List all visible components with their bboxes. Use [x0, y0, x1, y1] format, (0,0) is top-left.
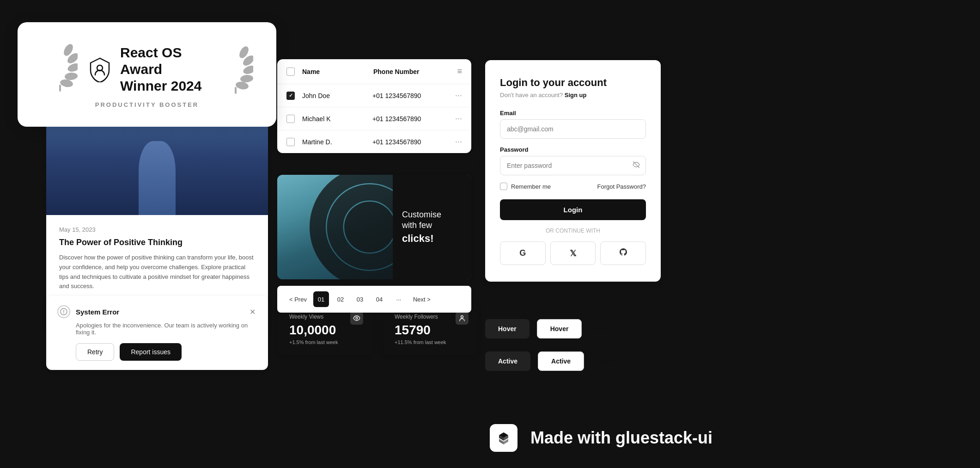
email-input[interactable] [500, 119, 646, 139]
error-message: Apologies for the inconvenience. Our tea… [76, 322, 257, 336]
forgot-password-link[interactable]: Forgot Password? [597, 183, 646, 190]
page-1-button[interactable]: 01 [313, 291, 329, 307]
shield-icon [87, 56, 113, 82]
banner-card: Customise with few clicks! [277, 175, 471, 279]
eye-toggle-icon[interactable] [632, 160, 640, 171]
row-actions-3[interactable]: ··· [455, 137, 462, 147]
next-button[interactable]: Next > [410, 291, 433, 307]
banner-line2: with few [402, 220, 432, 231]
error-icon [57, 305, 70, 318]
hover-buttons-panel: Hover Hover Hover [485, 319, 617, 339]
row-actions-1[interactable]: ··· [455, 91, 462, 100]
active-buttons-panel: Active Active Active [485, 351, 620, 371]
page-ellipsis: ··· [391, 291, 407, 307]
twitter-login-button[interactable]: 𝕏 [550, 241, 596, 265]
stats-label-2: Weekly Followers [395, 314, 466, 320]
page-4-button[interactable]: 04 [371, 291, 387, 307]
social-buttons: G 𝕏 [500, 241, 646, 265]
eye-icon [350, 312, 363, 325]
banner-image [277, 175, 393, 279]
svg-rect-5 [59, 85, 61, 92]
report-button[interactable]: Report issues [120, 343, 182, 361]
stats-value-1: 10,0000 [289, 323, 360, 338]
retry-button[interactable]: Retry [76, 343, 114, 361]
stats-value-2: 15790 [395, 323, 466, 338]
svg-point-10 [240, 74, 253, 82]
table-row: Martine D. +01 1234567890 ··· [277, 130, 471, 153]
blog-excerpt: Discover how the power of positive think… [59, 253, 255, 291]
award-text: React OS AwardWinner 2024 [120, 44, 207, 94]
email-label: Email [500, 110, 646, 117]
banner-line3: clicks! [402, 233, 434, 245]
row-name-3: Martine D. [302, 138, 365, 146]
col-name-header: Name [302, 68, 366, 75]
error-title: System Error [76, 308, 242, 316]
row-phone-1: +01 1234567890 [372, 92, 448, 99]
svg-point-3 [64, 72, 78, 80]
svg-rect-12 [235, 87, 237, 94]
signup-link[interactable]: Sign up [565, 92, 587, 99]
row-checkbox-1[interactable] [286, 92, 295, 100]
row-checkbox-3[interactable] [286, 138, 295, 146]
laurel-left-icon [41, 41, 78, 98]
error-card: System Error ✕ Apologies for the inconve… [46, 296, 268, 370]
prev-button[interactable]: < Prev [286, 291, 310, 307]
stats-change-1: +1.5% from last week [289, 339, 360, 345]
password-label: Password [500, 146, 646, 153]
close-icon[interactable]: ✕ [248, 307, 257, 316]
table-menu-icon[interactable]: ≡ [457, 67, 462, 76]
active-button-3[interactable]: Active [591, 351, 620, 371]
active-button-2[interactable]: Active [538, 351, 584, 371]
active-button-1[interactable]: Active [485, 351, 530, 371]
login-title: Login to your account [500, 77, 646, 89]
banner-line1: Customise [402, 209, 441, 220]
row-checkbox-2[interactable] [286, 115, 295, 123]
select-all-checkbox[interactable] [286, 68, 295, 76]
page-2-button[interactable]: 02 [333, 291, 348, 307]
password-input[interactable] [500, 156, 646, 175]
col-phone-header: Phone Number [373, 68, 450, 75]
svg-point-2 [67, 62, 78, 74]
remember-label: Remember me [511, 183, 551, 190]
row-phone-2: +01 1234567890 [372, 115, 448, 123]
form-options-row: Remember me Forgot Password? [500, 183, 646, 190]
table-row: John Doe +01 1234567890 ··· [277, 84, 471, 107]
banner-text-section: Customise with few clicks! [393, 175, 471, 279]
hover-button-2[interactable]: Hover [537, 319, 582, 339]
github-icon [619, 247, 628, 259]
laurel-right-icon [216, 43, 253, 96]
table-card: Name Phone Number ≡ John Doe +01 1234567… [277, 59, 471, 153]
award-card: React OS AwardWinner 2024 PRODUCTIVITY B… [18, 22, 276, 127]
svg-point-15 [461, 316, 463, 318]
award-title-line2: Winner 2024 [120, 78, 201, 93]
page-3-button[interactable]: 03 [352, 291, 368, 307]
gluestack-logo [490, 424, 517, 452]
hover-button-3[interactable]: Hover [589, 319, 617, 339]
twitter-icon: 𝕏 [570, 248, 577, 259]
blog-date: May 15, 2023 [59, 226, 255, 233]
svg-point-14 [356, 317, 358, 319]
blog-title: The Power of Positive Thinking [59, 238, 255, 247]
stats-change-2: +11.5% from last week [395, 339, 466, 345]
github-login-button[interactable] [600, 241, 646, 265]
hover-button-1[interactable]: Hover [485, 319, 530, 339]
gluestack-banner: Made with gluestack-ui [471, 408, 980, 468]
award-subtitle: PRODUCTIVITY BOOSTER [95, 101, 199, 108]
blog-image [46, 118, 268, 215]
svg-point-9 [242, 64, 253, 75]
row-name-1: John Doe [302, 92, 365, 99]
login-button[interactable]: Login [500, 199, 646, 220]
password-field-wrap [500, 156, 646, 175]
row-actions-2[interactable]: ··· [455, 114, 462, 123]
pagination-bar: < Prev 01 02 03 04 ··· Next > [277, 286, 471, 313]
table-header-row: Name Phone Number ≡ [277, 59, 471, 84]
remember-checkbox[interactable] [500, 183, 507, 190]
person-icon [456, 312, 469, 325]
google-icon: G [519, 248, 526, 258]
award-title-line1: React OS Award [120, 45, 182, 77]
stats-label-1: Weekly Views [289, 314, 360, 320]
login-card: Login to your account Don't have an acco… [485, 60, 661, 282]
google-login-button[interactable]: G [500, 241, 546, 265]
gluestack-text: Made with gluestack-ui [530, 428, 712, 448]
or-divider: OR CONTINUE WITH [500, 228, 646, 234]
